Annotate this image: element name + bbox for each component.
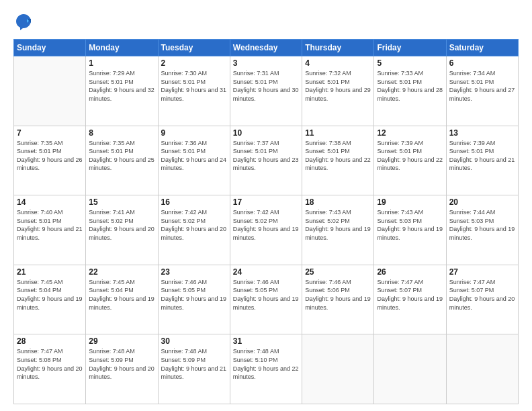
- day-number: 5: [377, 58, 443, 68]
- day-detail: Sunrise: 7:29 AMSunset: 5:01 PMDaylight:…: [89, 69, 154, 103]
- calendar-cell: 19Sunrise: 7:43 AMSunset: 5:03 PMDayligh…: [374, 195, 446, 265]
- calendar-cell: [446, 334, 518, 404]
- calendar-cell: 20Sunrise: 7:44 AMSunset: 5:03 PMDayligh…: [446, 195, 518, 265]
- day-number: 29: [89, 336, 154, 346]
- day-detail: Sunrise: 7:42 AMSunset: 5:02 PMDaylight:…: [161, 208, 227, 242]
- calendar-cell: 21Sunrise: 7:45 AMSunset: 5:04 PMDayligh…: [14, 265, 86, 334]
- calendar-cell: 14Sunrise: 7:40 AMSunset: 5:01 PMDayligh…: [14, 195, 86, 265]
- day-detail: Sunrise: 7:45 AMSunset: 5:04 PMDaylight:…: [17, 278, 83, 312]
- calendar-cell: 16Sunrise: 7:42 AMSunset: 5:02 PMDayligh…: [158, 195, 230, 265]
- day-number: 22: [89, 267, 154, 277]
- weekday-header-row: SundayMondayTuesdayWednesdayThursdayFrid…: [14, 40, 519, 56]
- day-number: 2: [161, 58, 227, 68]
- calendar-cell: 26Sunrise: 7:47 AMSunset: 5:07 PMDayligh…: [374, 265, 446, 334]
- day-number: 12: [377, 128, 443, 138]
- weekday-header: Tuesday: [158, 40, 230, 56]
- calendar-cell: 18Sunrise: 7:43 AMSunset: 5:02 PMDayligh…: [302, 195, 374, 265]
- day-number: 6: [449, 58, 515, 68]
- calendar-cell: 24Sunrise: 7:46 AMSunset: 5:05 PMDayligh…: [230, 265, 302, 334]
- weekday-header: Saturday: [446, 40, 518, 56]
- calendar-cell: 25Sunrise: 7:46 AMSunset: 5:06 PMDayligh…: [302, 265, 374, 334]
- day-detail: Sunrise: 7:41 AMSunset: 5:02 PMDaylight:…: [89, 208, 154, 242]
- day-number: 20: [449, 197, 515, 207]
- day-detail: Sunrise: 7:31 AMSunset: 5:01 PMDaylight:…: [233, 69, 299, 103]
- day-detail: Sunrise: 7:48 AMSunset: 5:09 PMDaylight:…: [89, 347, 154, 381]
- day-number: 8: [89, 128, 154, 138]
- calendar-cell: 17Sunrise: 7:42 AMSunset: 5:02 PMDayligh…: [230, 195, 302, 265]
- day-detail: Sunrise: 7:42 AMSunset: 5:02 PMDaylight:…: [233, 208, 299, 242]
- day-number: 14: [17, 197, 83, 207]
- calendar-cell: [374, 334, 446, 404]
- calendar-table: SundayMondayTuesdayWednesdayThursdayFrid…: [13, 39, 519, 404]
- day-detail: Sunrise: 7:38 AMSunset: 5:01 PMDaylight:…: [305, 139, 371, 173]
- day-detail: Sunrise: 7:44 AMSunset: 5:03 PMDaylight:…: [449, 208, 515, 242]
- calendar-cell: 6Sunrise: 7:34 AMSunset: 5:01 PMDaylight…: [446, 56, 518, 126]
- day-detail: Sunrise: 7:39 AMSunset: 5:01 PMDaylight:…: [377, 139, 443, 173]
- day-detail: Sunrise: 7:30 AMSunset: 5:01 PMDaylight:…: [161, 69, 227, 103]
- day-detail: Sunrise: 7:35 AMSunset: 5:01 PMDaylight:…: [89, 139, 154, 173]
- calendar-cell: 7Sunrise: 7:35 AMSunset: 5:01 PMDaylight…: [14, 126, 86, 195]
- calendar-cell: 23Sunrise: 7:46 AMSunset: 5:05 PMDayligh…: [158, 265, 230, 334]
- day-number: 24: [233, 267, 299, 277]
- calendar-cell: 29Sunrise: 7:48 AMSunset: 5:09 PMDayligh…: [86, 334, 158, 404]
- day-number: 9: [161, 128, 227, 138]
- day-number: 18: [305, 197, 371, 207]
- day-number: 4: [305, 58, 371, 68]
- weekday-header: Friday: [374, 40, 446, 56]
- day-number: 31: [233, 336, 299, 346]
- calendar-cell: 11Sunrise: 7:38 AMSunset: 5:01 PMDayligh…: [302, 126, 374, 195]
- calendar-cell: 12Sunrise: 7:39 AMSunset: 5:01 PMDayligh…: [374, 126, 446, 195]
- calendar-cell: 4Sunrise: 7:32 AMSunset: 5:01 PMDaylight…: [302, 56, 374, 126]
- day-detail: Sunrise: 7:46 AMSunset: 5:05 PMDaylight:…: [161, 278, 227, 312]
- day-detail: Sunrise: 7:43 AMSunset: 5:02 PMDaylight:…: [305, 208, 371, 242]
- day-detail: Sunrise: 7:37 AMSunset: 5:01 PMDaylight:…: [233, 139, 299, 173]
- day-detail: Sunrise: 7:33 AMSunset: 5:01 PMDaylight:…: [377, 69, 443, 103]
- day-number: 3: [233, 58, 299, 68]
- calendar-cell: 30Sunrise: 7:48 AMSunset: 5:09 PMDayligh…: [158, 334, 230, 404]
- day-detail: Sunrise: 7:48 AMSunset: 5:10 PMDaylight:…: [233, 347, 299, 381]
- day-detail: Sunrise: 7:47 AMSunset: 5:07 PMDaylight:…: [449, 278, 515, 312]
- day-detail: Sunrise: 7:39 AMSunset: 5:01 PMDaylight:…: [449, 139, 515, 173]
- day-number: 1: [89, 58, 154, 68]
- calendar-cell: 10Sunrise: 7:37 AMSunset: 5:01 PMDayligh…: [230, 126, 302, 195]
- week-row: 21Sunrise: 7:45 AMSunset: 5:04 PMDayligh…: [14, 265, 519, 334]
- calendar-cell: 31Sunrise: 7:48 AMSunset: 5:10 PMDayligh…: [230, 334, 302, 404]
- calendar-cell: 9Sunrise: 7:36 AMSunset: 5:01 PMDaylight…: [158, 126, 230, 195]
- calendar-cell: 22Sunrise: 7:45 AMSunset: 5:04 PMDayligh…: [86, 265, 158, 334]
- calendar-cell: 27Sunrise: 7:47 AMSunset: 5:07 PMDayligh…: [446, 265, 518, 334]
- weekday-header: Wednesday: [230, 40, 302, 56]
- day-number: 21: [17, 267, 83, 277]
- day-detail: Sunrise: 7:47 AMSunset: 5:07 PMDaylight:…: [377, 278, 443, 312]
- day-number: 28: [17, 336, 83, 346]
- day-number: 30: [161, 336, 227, 346]
- day-detail: Sunrise: 7:35 AMSunset: 5:01 PMDaylight:…: [17, 139, 83, 173]
- day-detail: Sunrise: 7:40 AMSunset: 5:01 PMDaylight:…: [17, 208, 83, 242]
- calendar-cell: 2Sunrise: 7:30 AMSunset: 5:01 PMDaylight…: [158, 56, 230, 126]
- day-number: 13: [449, 128, 515, 138]
- day-number: 19: [377, 197, 443, 207]
- calendar-cell: 15Sunrise: 7:41 AMSunset: 5:02 PMDayligh…: [86, 195, 158, 265]
- day-detail: Sunrise: 7:43 AMSunset: 5:03 PMDaylight:…: [377, 208, 443, 242]
- day-detail: Sunrise: 7:48 AMSunset: 5:09 PMDaylight:…: [161, 347, 227, 381]
- weekday-header: Thursday: [302, 40, 374, 56]
- calendar-page: SundayMondayTuesdayWednesdayThursdayFrid…: [0, 0, 532, 411]
- calendar-cell: 28Sunrise: 7:47 AMSunset: 5:08 PMDayligh…: [14, 334, 86, 404]
- day-detail: Sunrise: 7:46 AMSunset: 5:06 PMDaylight:…: [305, 278, 371, 312]
- header: [13, 12, 519, 32]
- day-detail: Sunrise: 7:34 AMSunset: 5:01 PMDaylight:…: [449, 69, 515, 103]
- day-detail: Sunrise: 7:32 AMSunset: 5:01 PMDaylight:…: [305, 69, 371, 103]
- day-number: 15: [89, 197, 154, 207]
- day-number: 25: [305, 267, 371, 277]
- day-number: 10: [233, 128, 299, 138]
- calendar-cell: 13Sunrise: 7:39 AMSunset: 5:01 PMDayligh…: [446, 126, 518, 195]
- day-number: 7: [17, 128, 83, 138]
- week-row: 14Sunrise: 7:40 AMSunset: 5:01 PMDayligh…: [14, 195, 519, 265]
- weekday-header: Monday: [86, 40, 158, 56]
- calendar-cell: 3Sunrise: 7:31 AMSunset: 5:01 PMDaylight…: [230, 56, 302, 126]
- day-detail: Sunrise: 7:46 AMSunset: 5:05 PMDaylight:…: [233, 278, 299, 312]
- day-number: 27: [449, 267, 515, 277]
- logo: [13, 12, 36, 32]
- day-detail: Sunrise: 7:45 AMSunset: 5:04 PMDaylight:…: [89, 278, 154, 312]
- week-row: 28Sunrise: 7:47 AMSunset: 5:08 PMDayligh…: [14, 334, 519, 404]
- logo-icon: [13, 12, 34, 32]
